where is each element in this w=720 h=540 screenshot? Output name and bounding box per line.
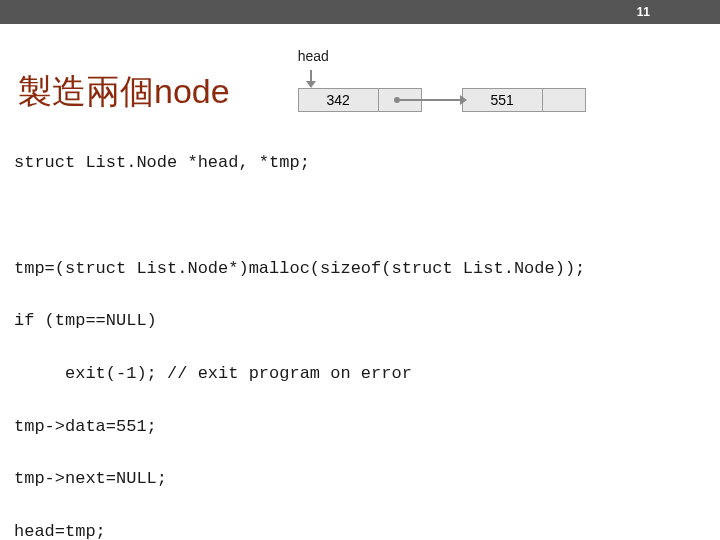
header-row: 製造兩個node head 342 551 xyxy=(0,24,720,122)
code-line: if (tmp==NULL) xyxy=(14,308,706,334)
node-2: 551 xyxy=(462,88,586,112)
node-1-data: 342 xyxy=(299,89,379,111)
code-line: struct List.Node *head, *tmp; xyxy=(14,150,706,176)
page-number-bar: 11 xyxy=(0,0,720,24)
node-1-next xyxy=(379,89,421,111)
slide-title: 製造兩個node xyxy=(18,73,230,114)
page-number: 11 xyxy=(637,5,650,19)
code-block: struct List.Node *head, *tmp; tmp=(struc… xyxy=(0,122,720,540)
nodes-row: 342 551 xyxy=(298,88,586,112)
head-pointer-label: head xyxy=(298,48,329,64)
code-line: tmp->data=551; xyxy=(14,414,706,440)
arrow-right-icon xyxy=(397,99,465,101)
code-line: head=tmp; xyxy=(14,519,706,540)
node-2-next xyxy=(543,89,585,111)
code-line: tmp->next=NULL; xyxy=(14,466,706,492)
node-2-data: 551 xyxy=(463,89,543,111)
arrow-down-icon xyxy=(310,70,312,86)
code-line: exit(-1); // exit program on error xyxy=(14,361,706,387)
node-1: 342 xyxy=(298,88,422,112)
linked-list-diagram: head 342 551 xyxy=(250,44,702,114)
code-line xyxy=(14,203,706,229)
code-line: tmp=(struct List.Node*)malloc(sizeof(str… xyxy=(14,256,706,282)
